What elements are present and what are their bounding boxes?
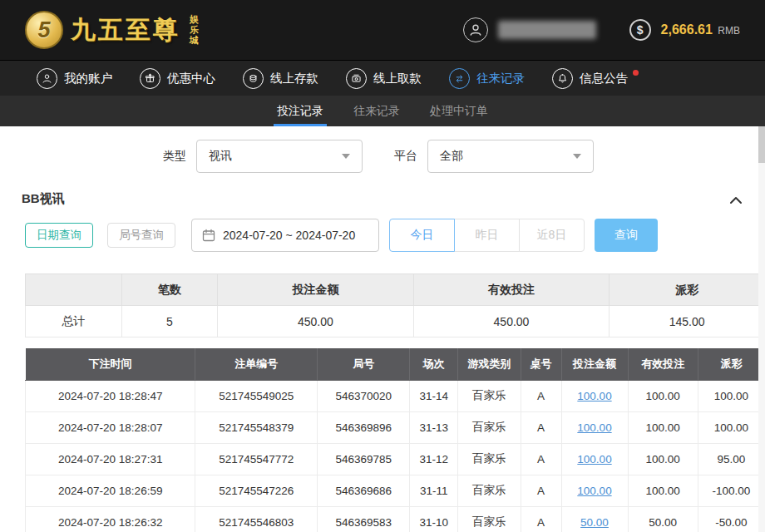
- bet-time: 2024-07-20 18:28:07: [26, 411, 195, 443]
- summary-total-label: 总计: [26, 306, 122, 337]
- summary-corner: [26, 274, 122, 306]
- sub-nav: 投注记录 往来记录 处理中订单: [0, 96, 765, 126]
- tab-processing-orders[interactable]: 处理中订单: [427, 96, 491, 126]
- round-number: 546369785: [318, 443, 410, 475]
- nav-item-deposit[interactable]: 线上存款: [243, 68, 318, 89]
- summary-count: 5: [121, 306, 218, 337]
- search-button[interactable]: 查询: [595, 219, 658, 252]
- bet-time: 2024-07-20 18:26:32: [26, 506, 195, 532]
- table-row: 2024-07-20 18:28:07521745548379546369896…: [26, 411, 765, 443]
- balance-currency: RMB: [718, 25, 740, 37]
- yesterday-button[interactable]: 昨日: [454, 219, 520, 252]
- bet-amount-link[interactable]: 50.00: [580, 516, 609, 529]
- bet-amount-link[interactable]: 100.00: [577, 421, 611, 434]
- payout: -100.00: [698, 475, 764, 506]
- platform-select[interactable]: 全部: [427, 140, 594, 173]
- section-header: BB视讯: [0, 178, 765, 214]
- detail-table: 下注时间 注单编号 局号 场次 游戏类别 桌号 投注金额 有效投注 派彩 202…: [25, 348, 765, 532]
- tab-label: 往来记录: [353, 104, 400, 119]
- round-number: 546369686: [318, 475, 410, 506]
- scrollbar-thumb[interactable]: [758, 126, 765, 163]
- nav-label: 我的账户: [64, 71, 112, 86]
- content: 类型 视讯 平台 全部 BB视讯 日期查询 局号查询: [0, 126, 765, 532]
- round-query-button[interactable]: 局号查询: [107, 223, 175, 248]
- valid-bet: 100.00: [628, 443, 698, 475]
- tab-betting-records[interactable]: 投注记录: [274, 96, 327, 126]
- dollar-glyph: $: [637, 23, 644, 37]
- game-type: 百家乐: [458, 506, 521, 532]
- nav-label: 线上取款: [373, 71, 422, 86]
- logo-number: 5: [37, 17, 50, 43]
- detail-table-body: 2024-07-20 18:28:47521745549025546370020…: [26, 380, 765, 532]
- nav-item-my-account[interactable]: 我的账户: [37, 68, 112, 89]
- bet-amount-link[interactable]: 100.00: [577, 390, 611, 402]
- bet-amount: 100.00: [561, 475, 628, 506]
- logo-subtitle-char: 娱: [190, 14, 199, 25]
- summary-header-payout: 派彩: [610, 274, 765, 306]
- scrollbar-track[interactable]: [758, 126, 765, 532]
- type-select-value: 视讯: [209, 149, 232, 164]
- detail-header-bet-id: 注单编号: [195, 348, 318, 380]
- nav-label: 优惠中心: [167, 71, 215, 86]
- main-nav: 我的账户 优惠中心 线上存款 线上取款 往来记录: [0, 60, 765, 96]
- bet-time: 2024-07-20 18:27:31: [26, 443, 195, 475]
- chevron-up-icon[interactable]: [728, 194, 743, 205]
- balance-amount: 2,666.61: [661, 22, 713, 37]
- user-icon: [37, 68, 57, 89]
- table-number: A: [521, 443, 561, 475]
- payout: 95.00: [698, 443, 764, 475]
- bet-id: 521745546803: [195, 506, 318, 532]
- table-number: A: [521, 506, 561, 532]
- bet-id: 521745548379: [195, 411, 318, 443]
- table-row: 2024-07-20 18:26:32521745546803546369583…: [26, 506, 765, 532]
- filter-row: 类型 视讯 平台 全部: [0, 126, 765, 178]
- summary-bet-amount: 450.00: [218, 306, 414, 337]
- notification-dot: [633, 70, 639, 76]
- date-query-button[interactable]: 日期查询: [25, 223, 93, 248]
- last-8-days-button[interactable]: 近8日: [519, 219, 585, 252]
- table-number: A: [521, 411, 561, 443]
- valid-bet: 100.00: [628, 411, 698, 443]
- balance: 2,666.61 RMB: [661, 22, 740, 37]
- round-number: 546369896: [318, 411, 410, 443]
- deposit-icon: [243, 68, 264, 89]
- session: 31-12: [410, 443, 458, 475]
- table-row: 2024-07-20 18:28:47521745549025546370020…: [26, 380, 765, 411]
- today-button[interactable]: 今日: [389, 219, 455, 252]
- valid-bet: 50.00: [628, 506, 698, 532]
- nav-item-announcements[interactable]: 信息公告: [552, 68, 639, 89]
- platform-label: 平台: [394, 149, 417, 164]
- game-type: 百家乐: [458, 443, 521, 475]
- bet-time: 2024-07-20 18:26:59: [26, 475, 195, 506]
- summary-table: 笔数 投注金额 有效投注 派彩 总计 5 450.00 450.00 145.0…: [25, 273, 765, 337]
- nav-item-records[interactable]: 往来记录: [449, 68, 525, 89]
- table-number: A: [521, 475, 561, 506]
- nav-item-withdraw[interactable]: 线上取款: [346, 68, 422, 89]
- detail-header-table: 桌号: [521, 348, 561, 380]
- bet-id: 521745547772: [195, 443, 318, 475]
- detail-header-row: 下注时间 注单编号 局号 场次 游戏类别 桌号 投注金额 有效投注 派彩: [26, 348, 765, 380]
- avatar[interactable]: [463, 17, 488, 42]
- type-select[interactable]: 视讯: [196, 140, 363, 173]
- site-logo[interactable]: 5 九五至尊 娱 乐 城: [25, 11, 199, 49]
- summary-header-row: 笔数 投注金额 有效投注 派彩: [26, 274, 765, 306]
- bell-icon: [552, 68, 573, 89]
- top-bar: 5 九五至尊 娱 乐 城 $ 2,666.61 RMB: [0, 0, 765, 60]
- section-title: BB视讯: [22, 191, 65, 207]
- bet-time: 2024-07-20 18:28:47: [26, 380, 195, 411]
- round-number: 546370020: [318, 380, 410, 411]
- bet-amount: 100.00: [561, 380, 628, 411]
- gift-icon: [140, 68, 160, 89]
- chevron-down-icon: [342, 154, 350, 159]
- payout: 100.00: [698, 411, 764, 443]
- date-range-input[interactable]: 2024-07-20 ~ 2024-07-20: [191, 219, 379, 252]
- bet-amount-link[interactable]: 100.00: [577, 453, 611, 466]
- bet-amount-link[interactable]: 100.00: [577, 485, 611, 497]
- chevron-down-icon: [573, 154, 581, 159]
- tab-transaction-records[interactable]: 往来记录: [350, 96, 403, 126]
- summary-valid-bet: 450.00: [413, 306, 610, 337]
- nav-item-promotions[interactable]: 优惠中心: [140, 68, 215, 89]
- logo-subtitle-char: 乐: [190, 25, 199, 36]
- records-icon: [449, 68, 470, 89]
- payout: 100.00: [698, 380, 764, 411]
